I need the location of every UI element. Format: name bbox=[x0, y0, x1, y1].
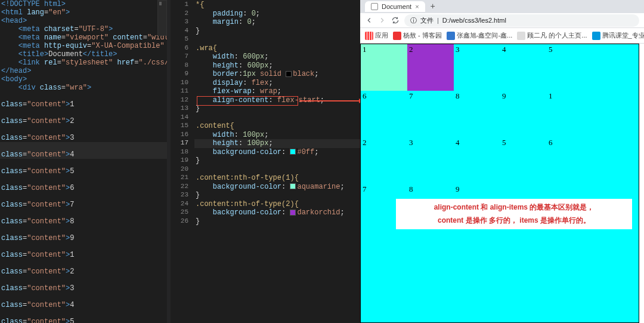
bookmark-item[interactable]: 顾二凡 的个人主页... bbox=[517, 31, 587, 40]
code-line: background-color: #0ff; bbox=[194, 148, 360, 157]
tab-title: Document bbox=[382, 3, 411, 10]
code-line: class="content">3 bbox=[0, 125, 167, 142]
code-line: height: 600px; bbox=[194, 61, 360, 70]
code-line: height: 100px; bbox=[194, 139, 360, 148]
code-line: class="content">3 bbox=[0, 276, 167, 293]
forward-icon[interactable] bbox=[378, 16, 386, 24]
bookmark-item[interactable]: 腾讯课堂_专业的 bbox=[592, 31, 644, 40]
code-line: class="content">5 bbox=[0, 159, 167, 176]
code-line: } bbox=[194, 217, 360, 226]
code-line: padding: 0; bbox=[194, 10, 360, 19]
flex-item: 2 bbox=[407, 44, 454, 91]
back-icon[interactable] bbox=[365, 16, 373, 24]
flex-item: 5 bbox=[547, 44, 593, 91]
code-line: class="content">7 bbox=[0, 192, 167, 209]
html-source-editor[interactable]: <!DOCTYPE html> <html lang="en"> <head> … bbox=[0, 0, 167, 323]
css-source-editor[interactable]: 1234567891011121314151617181920212223242… bbox=[167, 0, 360, 323]
flex-item: 8 bbox=[454, 91, 500, 137]
flex-item: 9 bbox=[500, 91, 547, 137]
minimap[interactable] bbox=[157, 0, 167, 36]
favicon-icon bbox=[371, 3, 378, 10]
code-line: } bbox=[194, 191, 360, 200]
browser-address-bar: ⓘ 文件 | D:/web/css3/les2.html bbox=[360, 13, 644, 29]
code-line: width: 100px; bbox=[194, 131, 360, 140]
code-line: .wra{ bbox=[194, 44, 360, 53]
browser-window: Document × + ⓘ 文件 | D:/web/css3/les2.htm… bbox=[360, 0, 644, 323]
code-line: display: flex; bbox=[194, 79, 360, 88]
code-line: flex-wrap: wrap; bbox=[194, 87, 360, 96]
doctype: <!DOCTYPE html> bbox=[1, 0, 66, 8]
flex-container: 123456789123456789 bbox=[360, 44, 639, 323]
code-line: .content:nth-of-type(1){ bbox=[194, 174, 360, 183]
bookmark-item[interactable]: 张鑫旭-鑫空间-鑫... bbox=[447, 31, 513, 40]
tab-close-icon[interactable]: × bbox=[415, 3, 419, 10]
flex-item: 1 bbox=[547, 91, 593, 137]
url-text: D:/web/css3/les2.html bbox=[442, 17, 506, 24]
code-line: class="content">2 bbox=[0, 259, 167, 276]
browser-tabbar: Document × + bbox=[360, 0, 644, 13]
code-line: } bbox=[194, 156, 360, 165]
code-line: class="content">9 bbox=[0, 226, 167, 242]
flex-item: 1 bbox=[361, 44, 407, 91]
code-line: background-color: aquamarine; bbox=[194, 183, 360, 192]
bookmarks-bar: 应用 杨敖 - 博客园 张鑫旭-鑫空间-鑫... 顾二凡 的个人主页... 腾讯… bbox=[360, 28, 644, 44]
code-line: .content:nth-of-type(2){ bbox=[194, 200, 360, 209]
code-line: *{ bbox=[194, 1, 360, 10]
annotation-text: align-content 和 align-items 的最基本区别就是， co… bbox=[396, 199, 632, 229]
annotation-arrow bbox=[299, 100, 365, 101]
code-line bbox=[194, 35, 360, 44]
flex-item: 3 bbox=[407, 137, 454, 184]
code-line: class="content">8 bbox=[0, 209, 167, 226]
code-line: class="content">1 bbox=[0, 242, 167, 259]
flex-item: 2 bbox=[361, 137, 407, 184]
file-icon: ⓘ bbox=[410, 16, 417, 25]
new-tab-button[interactable]: + bbox=[428, 1, 438, 12]
flex-item: 3 bbox=[454, 44, 500, 91]
flex-item: 7 bbox=[407, 91, 454, 137]
code-line: class="content">4 bbox=[0, 293, 167, 309]
code-line: class="content">2 bbox=[0, 109, 167, 125]
flex-item: 4 bbox=[454, 137, 500, 184]
line-gutter: 1234567891011121314151617181920212223242… bbox=[171, 0, 194, 323]
flex-item: 4 bbox=[500, 44, 547, 91]
browser-tab[interactable]: Document × bbox=[365, 1, 425, 12]
code-line: width: 600px; bbox=[194, 53, 360, 61]
reload-icon[interactable] bbox=[391, 16, 400, 24]
code-line: background-color: darkorchid; bbox=[194, 208, 360, 217]
code-line: border:1px solid black; bbox=[194, 70, 360, 79]
code-line: .content{ bbox=[194, 122, 360, 131]
code-line: class="content">6 bbox=[0, 176, 167, 192]
code-line: } bbox=[194, 104, 360, 113]
code-line: class="content">5 bbox=[0, 309, 167, 323]
code-line: } bbox=[194, 27, 360, 36]
bookmark-item[interactable]: 杨敖 - 博客园 bbox=[393, 31, 442, 40]
code-line bbox=[194, 113, 360, 122]
apps-button[interactable]: 应用 bbox=[365, 31, 388, 40]
flex-item: 6 bbox=[361, 91, 407, 137]
browser-viewport: 123456789123456789 align-content 和 align… bbox=[360, 44, 644, 323]
url-field[interactable]: ⓘ 文件 | D:/web/css3/les2.html bbox=[404, 14, 639, 27]
flex-item: 5 bbox=[500, 137, 547, 184]
code-line: class="content">4 bbox=[0, 142, 167, 159]
code-line: class="content">1 bbox=[0, 92, 167, 109]
code-line: margin: 0; bbox=[194, 18, 360, 27]
flex-item: 6 bbox=[547, 137, 593, 184]
code-line bbox=[194, 165, 360, 174]
